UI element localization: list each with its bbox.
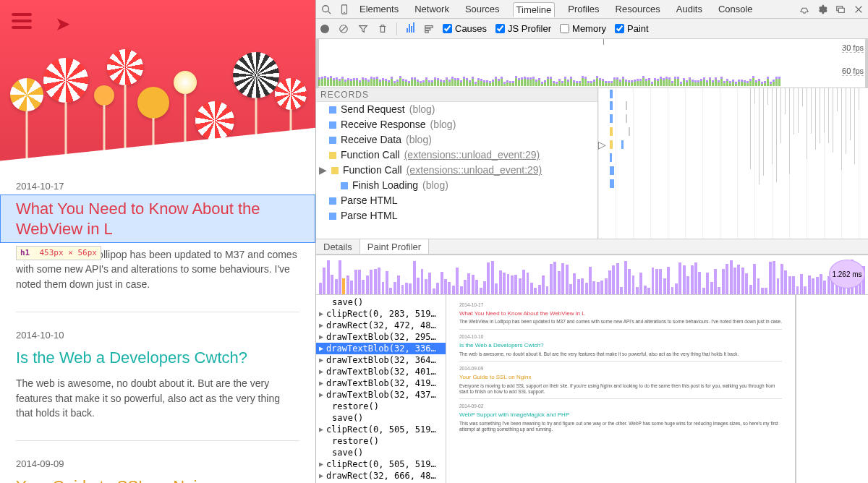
- paint-command-row[interactable]: ▶drawTextBlob(32, 364…: [316, 354, 446, 366]
- tab-network[interactable]: Network: [412, 2, 452, 17]
- record-sub: (blog): [430, 118, 456, 132]
- dock-icon[interactable]: [835, 4, 846, 14]
- paint-command-text: save(): [332, 412, 363, 424]
- expand-icon[interactable]: ▶: [319, 320, 323, 331]
- post-title[interactable]: Your Guide to SSL on Nginx: [16, 476, 299, 483]
- paint-command-row[interactable]: restore(): [316, 401, 446, 412]
- clear-icon[interactable]: [338, 23, 349, 34]
- post-excerpt: The web is awesome, no doubt about it. B…: [16, 376, 299, 420]
- posts-list: 2014-10-17 What You Need to Know About t…: [0, 181, 315, 483]
- post-item: 2014-09-09 Your Guide to SSL on Nginx Ev…: [16, 458, 299, 483]
- expand-icon[interactable]: ▶: [319, 331, 323, 343]
- search-icon[interactable]: [320, 4, 331, 14]
- subtab-paint-profiler[interactable]: Paint Profiler: [360, 239, 429, 254]
- paint-command-row[interactable]: ▶clipRect(0, 505, 519…: [316, 458, 446, 470]
- paint-command-row[interactable]: ▶drawTextBlob(32, 336…: [316, 343, 446, 354]
- tab-profiles[interactable]: Profiles: [565, 2, 602, 17]
- record-color-icon: [331, 167, 339, 174]
- expand-icon[interactable]: ▶: [319, 354, 323, 366]
- close-icon[interactable]: [853, 4, 864, 14]
- expand-icon[interactable]: ▶: [319, 470, 323, 482]
- gear-icon[interactable]: [817, 4, 827, 14]
- paint-command-row[interactable]: ▶drawRect(32, 666, 48…: [316, 470, 446, 482]
- post-title[interactable]: Is the Web a Developers Cwtch?: [16, 348, 299, 368]
- paint-command-text: drawTextBlob(32, 336…: [326, 343, 436, 354]
- expand-icon[interactable]: ▶: [319, 343, 323, 354]
- paint-command-row[interactable]: ▶drawRect(32, 472, 48…: [316, 320, 446, 331]
- paint-command-text: save(): [332, 447, 363, 458]
- records-pane: RECORDS Send Request (blog)Receive Respo…: [316, 88, 868, 239]
- paint-command-row[interactable]: restore(): [316, 435, 446, 447]
- records-flame[interactable]: ▷: [598, 88, 868, 239]
- record-label: Parse HTML: [341, 209, 398, 223]
- overview-bars: [318, 77, 817, 86]
- record-color-icon: [329, 121, 336, 129]
- post-title[interactable]: What You Need to Know About the WebView …: [16, 199, 299, 239]
- paint-preview: 2014-10-17What You Need to Know About th…: [446, 295, 796, 483]
- tab-console[interactable]: Console: [715, 2, 756, 17]
- subtab-details[interactable]: Details: [316, 239, 360, 254]
- expand-icon[interactable]: ▶: [319, 366, 323, 377]
- record-label: Parse HTML: [341, 194, 398, 208]
- expand-icon[interactable]: ▶: [319, 308, 323, 320]
- record-button[interactable]: [320, 25, 329, 33]
- paint-command-row[interactable]: ▶drawTextBlob(32, 419…: [316, 377, 446, 389]
- record-row[interactable]: Parse HTML: [316, 208, 597, 223]
- paint-profiler-pane: 1.262 ms save()▶clipRect(0, 283, 519…▶dr…: [316, 255, 868, 483]
- expand-icon[interactable]: ▶: [319, 458, 323, 470]
- preview-date: 2014-09-02: [459, 403, 782, 409]
- overview-handle-left[interactable]: [316, 39, 319, 87]
- record-label: Receive Data: [341, 133, 401, 147]
- svg-line-9: [341, 26, 346, 31]
- paint-command-row[interactable]: ▶clipRect(0, 505, 519…: [316, 424, 446, 435]
- bars-view-icon[interactable]: [406, 22, 414, 35]
- record-row[interactable]: Finish Loading (blog): [316, 178, 597, 193]
- record-row[interactable]: Receive Response (blog): [316, 117, 597, 132]
- timeline-overview[interactable]: 30 fps 60 fps: [316, 39, 868, 88]
- paint-command-row[interactable]: save(): [316, 412, 446, 424]
- record-color-icon: [341, 182, 348, 189]
- record-color-icon: [329, 106, 336, 114]
- paint-command-row[interactable]: ▶clipRect(0, 283, 519…: [316, 308, 446, 320]
- trash-icon[interactable]: [377, 23, 388, 34]
- expand-icon[interactable]: ▶: [319, 389, 323, 401]
- paint-command-row[interactable]: ▶drawTextBlob(32, 401…: [316, 366, 446, 377]
- preview-excerpt: This was something I've been meaning to …: [459, 421, 782, 432]
- check-paint[interactable]: Paint: [615, 23, 649, 34]
- record-color-icon: [329, 213, 336, 220]
- tab-resources[interactable]: Resources: [613, 2, 663, 17]
- record-row[interactable]: ▶Function Call (extensions::unload_event…: [316, 163, 597, 178]
- paint-command-row[interactable]: save(): [316, 447, 446, 458]
- paint-command-row[interactable]: ▶drawTextBlob(32, 295…: [316, 331, 446, 343]
- drawer-icon[interactable]: [799, 4, 809, 14]
- check-causes[interactable]: Causes: [443, 23, 487, 34]
- flame-view-icon[interactable]: [423, 23, 434, 34]
- check-memory[interactable]: Memory: [560, 23, 606, 34]
- record-row[interactable]: Function Call (extensions::unload_event:…: [316, 148, 597, 163]
- paint-side-strip: [796, 295, 868, 483]
- check-jsprofiler[interactable]: JS Profiler: [495, 23, 551, 34]
- record-label: Function Call: [343, 163, 402, 177]
- record-row[interactable]: Send Request (blog): [316, 102, 597, 117]
- expand-icon[interactable]: ▶: [319, 424, 323, 435]
- overview-handle-right[interactable]: [865, 39, 868, 87]
- tab-elements[interactable]: Elements: [357, 2, 401, 17]
- expand-icon[interactable]: ▶: [319, 163, 327, 177]
- hero-banner: ➤: [0, 0, 315, 188]
- device-icon[interactable]: [339, 4, 349, 14]
- filter-icon[interactable]: [357, 23, 368, 34]
- paint-command-row[interactable]: save(): [316, 296, 446, 308]
- paint-command-row[interactable]: ▶drawTextBlob(32, 437…: [316, 389, 446, 401]
- record-row[interactable]: Parse HTML: [316, 193, 597, 208]
- tab-sources[interactable]: Sources: [462, 2, 503, 17]
- record-row[interactable]: Receive Data (blog): [316, 132, 597, 148]
- expand-icon[interactable]: ▶: [319, 377, 323, 389]
- paint-chart[interactable]: 1.262 ms: [316, 255, 868, 295]
- tab-audits[interactable]: Audits: [673, 2, 705, 17]
- post-item: 2014-10-17 What You Need to Know About t…: [16, 181, 299, 291]
- tab-timeline[interactable]: Timeline: [513, 2, 556, 17]
- preview-title: Is the Web a Developers Cwtch?: [459, 342, 782, 349]
- preview-excerpt: Everyone is moving to add SSL support on…: [459, 383, 782, 395]
- paint-command-text: clipRect(0, 505, 519…: [326, 424, 436, 435]
- preview-title: WebP Support with ImageMagick and PHP: [459, 411, 782, 419]
